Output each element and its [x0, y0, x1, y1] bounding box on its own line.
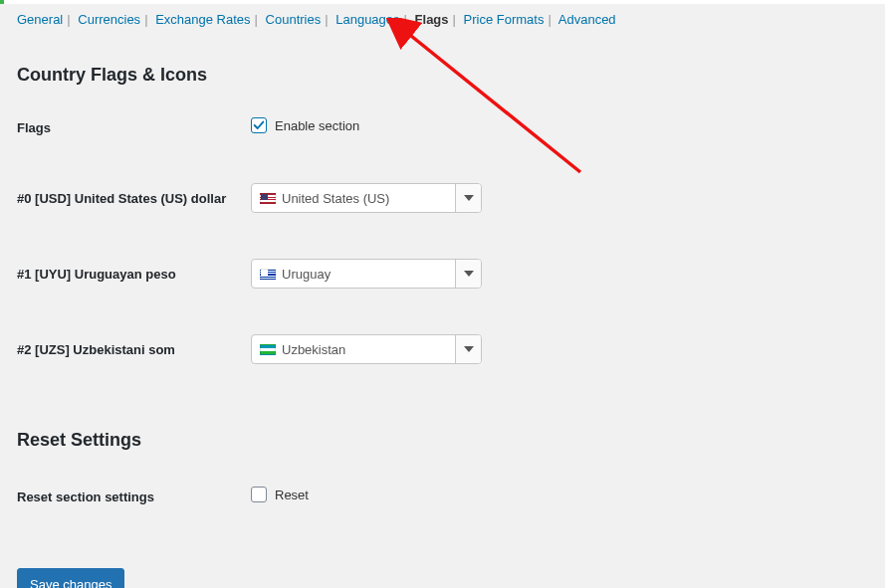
save-changes-button[interactable]: Save changes: [17, 568, 124, 588]
flag-icon-uy: [260, 269, 276, 280]
flag-select-1[interactable]: Uruguay: [251, 259, 482, 289]
tab-currencies[interactable]: Currencies: [78, 12, 140, 27]
tab-advanced[interactable]: Advanced: [558, 12, 616, 27]
enable-section-label: Enable section: [275, 118, 359, 133]
currency-row-label-0: #0 [USD] United States (US) dollar: [17, 188, 251, 208]
flag-select-value-1: Uruguay: [282, 267, 331, 282]
tab-flags[interactable]: Flags: [415, 12, 449, 27]
section-title: Country Flags & Icons: [17, 65, 868, 86]
tab-languages[interactable]: Languages: [335, 12, 399, 27]
currency-row-label-2: #2 [UZS] Uzbekistani som: [17, 339, 251, 359]
currency-row-label-1: #1 [UYU] Uruguayan peso: [17, 264, 251, 284]
flags-label: Flags: [17, 117, 251, 137]
reset-checkbox[interactable]: [251, 487, 267, 502]
chevron-down-icon: [455, 260, 481, 288]
reset-checkbox-label: Reset: [275, 488, 309, 502]
reset-section-label: Reset section settings: [17, 487, 251, 506]
enable-section-checkbox[interactable]: [251, 117, 267, 133]
reset-settings-title: Reset Settings: [17, 430, 868, 451]
tab-countries[interactable]: Countries: [266, 12, 322, 27]
tab-price-formats[interactable]: Price Formats: [464, 12, 545, 27]
flag-icon-us: [260, 193, 276, 204]
chevron-down-icon: [455, 335, 481, 363]
tab-exchange-rates[interactable]: Exchange Rates: [155, 12, 250, 27]
flag-select-value-2: Uzbekistan: [282, 342, 345, 357]
flag-select-2[interactable]: Uzbekistan: [251, 334, 482, 364]
chevron-down-icon: [455, 184, 481, 212]
tabs-nav: General| Currencies| Exchange Rates| Cou…: [0, 4, 885, 35]
flag-select-0[interactable]: United States (US): [251, 183, 482, 213]
tab-general[interactable]: General: [17, 12, 63, 27]
flag-select-value-0: United States (US): [282, 191, 389, 206]
flag-icon-uz: [260, 344, 276, 355]
